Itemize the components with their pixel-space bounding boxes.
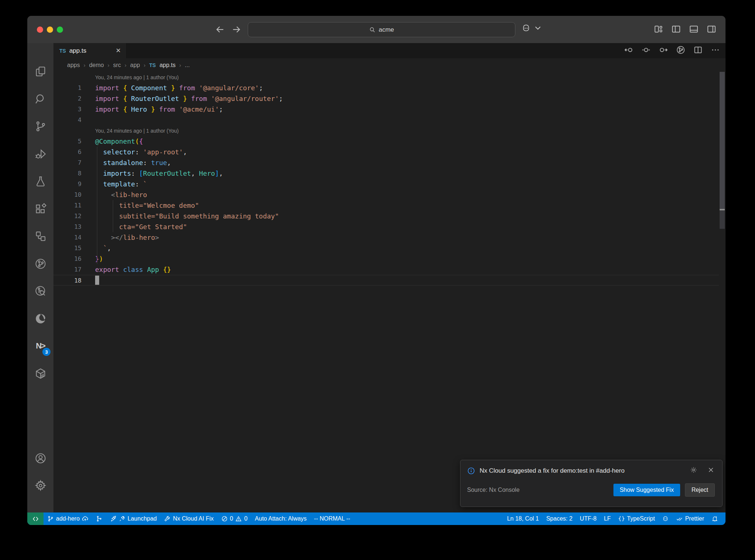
editor-scrollbar[interactable] [719, 72, 726, 512]
line-number: 13 [53, 221, 95, 232]
activity-item-testing[interactable] [27, 171, 53, 192]
status-encoding[interactable]: UTF-8 [576, 512, 600, 525]
code-line-13[interactable]: 13 cta="Get Started" [53, 221, 719, 232]
code-line-2[interactable]: 2import { RouterOutlet } from '@angular/… [53, 93, 719, 104]
status-formatter[interactable]: Prettier [672, 512, 708, 525]
breadcrumb-more[interactable]: ... [185, 62, 189, 69]
current-reference-icon[interactable] [641, 45, 651, 56]
tab-app-ts[interactable]: TS app.ts ✕ [53, 43, 126, 58]
notification-close-icon[interactable] [707, 466, 715, 475]
status-language[interactable]: TypeScript [615, 512, 659, 525]
breadcrumb-item-app[interactable]: app [130, 62, 140, 69]
breadcrumb-separator: › [125, 62, 126, 68]
line-content: selector: 'app-root', [95, 147, 187, 157]
code-line-18[interactable]: 18 [53, 275, 719, 286]
activity-item-gitlens-inspect[interactable] [27, 280, 53, 302]
activity-item-edge-tools[interactable] [27, 308, 53, 329]
status-branch[interactable]: add-hero [44, 512, 92, 525]
activity-item-explorer[interactable] [27, 61, 53, 82]
status-eol[interactable]: LF [600, 512, 615, 525]
code-line-11[interactable]: 11 title="Welcmoe demo" [53, 200, 719, 211]
window-close-button[interactable] [37, 27, 43, 33]
notification-settings-icon[interactable] [690, 466, 697, 475]
copilot-icon [662, 515, 669, 522]
activity-item-accounts[interactable] [27, 448, 53, 469]
typescript-file-icon: TS [59, 48, 66, 54]
split-editor-icon[interactable] [693, 45, 703, 56]
navigate-forward-icon[interactable] [231, 24, 242, 35]
git-blame-annotation[interactable]: You, 24 minutes ago | 1 author (You) [53, 72, 719, 83]
status-vim-mode[interactable]: -- NORMAL -- [310, 512, 354, 525]
graph-icon [96, 515, 102, 522]
command-center-search[interactable]: acme [248, 22, 515, 37]
customize-layout-icon[interactable] [653, 24, 664, 36]
status-launchpad[interactable]: Launchpad [106, 512, 160, 525]
code-line-4[interactable]: 4 [53, 115, 719, 125]
code-line-10[interactable]: 10 <lib-hero [53, 189, 719, 200]
activity-item-run-debug[interactable] [27, 143, 53, 165]
code-line-3[interactable]: 3import { Hero } from '@acme/ui'; [53, 104, 719, 115]
code-line-6[interactable]: 6 selector: 'app-root', [53, 147, 719, 157]
reject-button[interactable]: Reject [685, 483, 715, 497]
status-commit-graph[interactable] [92, 512, 106, 525]
status-notifications-bell[interactable] [708, 512, 722, 525]
code-line-16[interactable]: 16}) [53, 253, 719, 264]
status-auto-attach[interactable]: Auto Attach: Always [251, 512, 310, 525]
line-number: 9 [53, 179, 95, 189]
search-value: acme [379, 26, 394, 34]
activity-item-containers[interactable] [27, 363, 53, 384]
breadcrumb-item-apps[interactable]: apps [67, 62, 80, 69]
line-content: }) [95, 253, 103, 264]
go-forward-reference-icon[interactable] [658, 45, 668, 56]
copilot-menu-button[interactable] [521, 23, 543, 33]
line-number: 5 [53, 136, 95, 147]
breadcrumb-item-src[interactable]: src [113, 62, 121, 69]
status-indentation[interactable]: Spaces: 2 [543, 512, 576, 525]
activity-item-references[interactable] [27, 225, 53, 247]
status-cursor-position[interactable]: Ln 18, Col 1 [503, 512, 542, 525]
tab-close-icon[interactable]: ✕ [116, 47, 121, 55]
code-line-8[interactable]: 8 imports: [RouterOutlet, Hero], [53, 168, 719, 179]
code-area[interactable]: You, 24 minutes ago | 1 author (You)1imp… [53, 72, 719, 286]
navigate-back-icon[interactable] [215, 24, 226, 35]
git-blame-annotation[interactable]: You, 24 minutes ago | 1 author (You) [53, 125, 719, 136]
status-label: Launchpad [128, 515, 157, 522]
indent-guide [113, 200, 113, 232]
status-label: Auto Attach: Always [255, 515, 307, 522]
code-line-7[interactable]: 7 standalone: true, [53, 157, 719, 168]
status-nx-cloud-ai-fix[interactable]: Nx Cloud AI Fix [160, 512, 217, 525]
line-number: 3 [53, 104, 95, 115]
code-line-15[interactable]: 15 `, [53, 243, 719, 253]
activity-item-nx-console[interactable]: N>3 [27, 335, 53, 357]
remote-indicator[interactable] [27, 512, 44, 525]
scrollbar-thumb[interactable] [720, 72, 725, 209]
typescript-file-icon: TS [149, 62, 156, 68]
commit-graph-icon[interactable] [676, 45, 686, 56]
activity-item-extensions[interactable] [27, 198, 53, 220]
breadcrumb-item-demo[interactable]: demo [89, 62, 104, 69]
code-line-1[interactable]: 1import { Component } from '@angular/cor… [53, 83, 719, 93]
toggle-primary-sidebar-icon[interactable] [671, 24, 681, 36]
go-back-reference-icon[interactable] [624, 45, 634, 56]
code-line-5[interactable]: 5@Component({ [53, 136, 719, 147]
code-line-14[interactable]: 14 ></lib-hero> [53, 232, 719, 243]
show-suggested-fix-button[interactable]: Show Suggested Fix [613, 484, 680, 496]
line-content: subtitle="Build something amazing today" [95, 211, 279, 221]
activity-item-source-control[interactable] [27, 116, 53, 137]
code-line-9[interactable]: 9 template: ` [53, 179, 719, 189]
toggle-panel-icon[interactable] [689, 24, 699, 36]
code-line-12[interactable]: 12 subtitle="Build something amazing tod… [53, 211, 719, 221]
line-number: 8 [53, 168, 95, 179]
window-minimize-button[interactable] [47, 27, 53, 33]
activity-item-settings[interactable] [27, 475, 53, 496]
status-copilot-status[interactable] [658, 512, 672, 525]
indent-guide [97, 147, 97, 264]
window-zoom-button[interactable] [57, 27, 63, 33]
activity-item-gitlens[interactable] [27, 253, 53, 274]
breadcrumb-item-file[interactable]: app.ts [160, 62, 176, 69]
code-line-17[interactable]: 17export class App {} [53, 264, 719, 275]
status-problems[interactable]: 00 [218, 512, 251, 525]
more-actions-icon[interactable] [710, 45, 720, 56]
activity-item-search[interactable] [27, 88, 53, 110]
toggle-secondary-sidebar-icon[interactable] [706, 24, 717, 36]
